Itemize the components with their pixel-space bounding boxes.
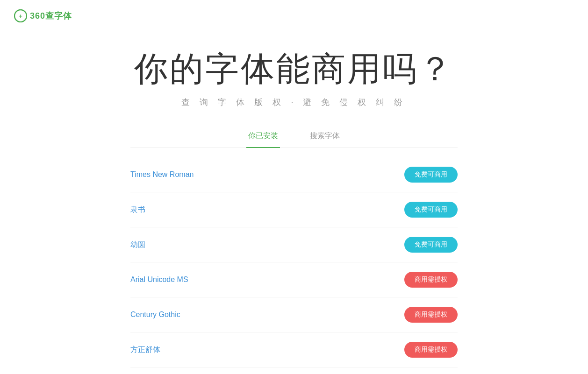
logo[interactable]: + 360查字体 (14, 9, 72, 22)
font-name[interactable]: 幼圆 (130, 240, 145, 250)
tab-installed[interactable]: 你已安装 (246, 127, 280, 148)
hero-subtitle: 查 询 字 体 版 权 · 避 免 侵 权 纠 纷 (9, 97, 579, 108)
free-badge[interactable]: 免费可商用 (404, 237, 458, 253)
font-name[interactable]: Times New Roman (130, 170, 194, 179)
free-badge[interactable]: 免费可商用 (404, 202, 458, 218)
360-logo-icon: + (14, 9, 27, 22)
font-list-item: Century Gothic商用需授权 (130, 297, 458, 332)
logo-text: 360查字体 (30, 10, 72, 21)
font-name[interactable]: 隶书 (130, 205, 145, 215)
font-name[interactable]: 方正舒体 (130, 345, 160, 355)
free-badge[interactable]: 免费可商用 (404, 167, 458, 183)
tabs-container: 你已安装 搜索字体 (130, 127, 458, 148)
font-list: Times New Roman免费可商用隶书免费可商用幼圆免费可商用Arial … (130, 157, 458, 374)
font-list-item: Times New Roman免费可商用 (130, 157, 458, 192)
font-list-item: Arial Unicode MS商用需授权 (130, 262, 458, 297)
svg-text:+: + (19, 13, 22, 20)
paid-badge[interactable]: 商用需授权 (404, 342, 458, 358)
font-list-item: 幼圆免费可商用 (130, 227, 458, 262)
tab-search[interactable]: 搜索字体 (308, 127, 342, 148)
paid-badge[interactable]: 商用需授权 (404, 272, 458, 288)
hero-title: 你的字体能商用吗？ (9, 50, 579, 87)
font-list-item: 方正舒体商用需授权 (130, 332, 458, 367)
font-name[interactable]: Arial Unicode MS (130, 275, 188, 284)
font-list-item: 隶书免费可商用 (130, 192, 458, 227)
header: + 360查字体 (0, 0, 588, 32)
font-name[interactable]: Century Gothic (130, 310, 180, 319)
font-list-item: 方正姚体商用需授权 (130, 367, 458, 374)
hero-section: 你的字体能商用吗？ 查 询 字 体 版 权 · 避 免 侵 权 纠 纷 你已安装… (0, 32, 588, 157)
paid-badge[interactable]: 商用需授权 (404, 307, 458, 323)
